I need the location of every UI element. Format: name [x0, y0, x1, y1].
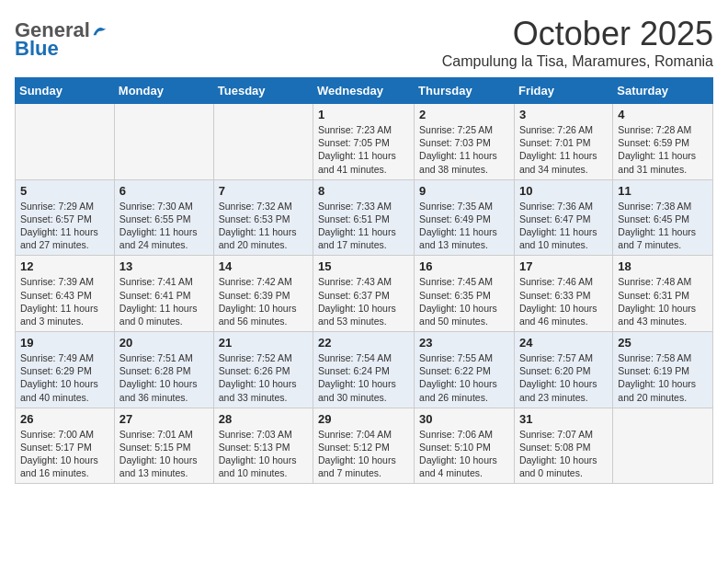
- day-number: 17: [519, 259, 608, 273]
- table-row: 23Sunrise: 7:55 AMSunset: 6:22 PMDayligh…: [415, 332, 515, 408]
- day-number: 15: [318, 259, 409, 273]
- table-row: 10Sunrise: 7:36 AMSunset: 6:47 PMDayligh…: [514, 179, 612, 256]
- header-saturday: Saturday: [613, 78, 713, 104]
- day-info: Sunrise: 7:28 AMSunset: 6:59 PMDaylight:…: [618, 123, 708, 176]
- day-number: 7: [219, 184, 308, 198]
- table-row: 12Sunrise: 7:39 AMSunset: 6:43 PMDayligh…: [16, 256, 115, 332]
- table-row: 9Sunrise: 7:35 AMSunset: 6:49 PMDaylight…: [415, 179, 515, 256]
- table-row: 27Sunrise: 7:01 AMSunset: 5:15 PMDayligh…: [114, 408, 213, 484]
- header-tuesday: Tuesday: [213, 78, 313, 104]
- table-row: [16, 104, 115, 180]
- table-row: 5Sunrise: 7:29 AMSunset: 6:57 PMDaylight…: [16, 179, 115, 256]
- table-row: 24Sunrise: 7:57 AMSunset: 6:20 PMDayligh…: [514, 332, 612, 408]
- day-number: 20: [119, 336, 209, 350]
- table-row: 30Sunrise: 7:06 AMSunset: 5:10 PMDayligh…: [415, 408, 515, 484]
- day-info: Sunrise: 7:04 AMSunset: 5:12 PMDaylight:…: [318, 428, 409, 480]
- day-info: Sunrise: 7:54 AMSunset: 6:24 PMDaylight:…: [318, 351, 409, 404]
- day-number: 5: [20, 184, 109, 198]
- day-info: Sunrise: 7:01 AMSunset: 5:15 PMDaylight:…: [119, 428, 209, 480]
- table-row: 8Sunrise: 7:33 AMSunset: 6:51 PMDaylight…: [313, 179, 415, 256]
- title-area: October 2025 Campulung la Tisa, Maramure…: [442, 15, 713, 70]
- logo-bird-icon: [92, 24, 108, 37]
- table-row: 13Sunrise: 7:41 AMSunset: 6:41 PMDayligh…: [114, 256, 213, 332]
- day-number: 18: [618, 259, 708, 273]
- day-info: Sunrise: 7:48 AMSunset: 6:31 PMDaylight:…: [618, 275, 708, 327]
- table-row: 28Sunrise: 7:03 AMSunset: 5:13 PMDayligh…: [213, 408, 313, 484]
- day-number: 11: [618, 184, 708, 198]
- day-number: 1: [318, 108, 409, 121]
- day-info: Sunrise: 7:49 AMSunset: 6:29 PMDaylight:…: [20, 351, 109, 404]
- day-info: Sunrise: 7:43 AMSunset: 6:37 PMDaylight:…: [318, 275, 409, 327]
- header-monday: Monday: [114, 78, 213, 104]
- day-info: Sunrise: 7:38 AMSunset: 6:45 PMDaylight:…: [618, 200, 708, 252]
- day-info: Sunrise: 7:25 AMSunset: 7:03 PMDaylight:…: [419, 123, 509, 176]
- day-info: Sunrise: 7:36 AMSunset: 6:47 PMDaylight:…: [519, 200, 608, 252]
- day-info: Sunrise: 7:26 AMSunset: 7:01 PMDaylight:…: [519, 123, 608, 176]
- calendar-header-row: Sunday Monday Tuesday Wednesday Thursday…: [16, 78, 713, 104]
- table-row: 2Sunrise: 7:25 AMSunset: 7:03 PMDaylight…: [415, 104, 515, 180]
- day-number: 24: [519, 336, 608, 350]
- day-number: 14: [219, 259, 308, 273]
- logo-blue: Blue: [15, 37, 59, 61]
- day-number: 4: [618, 108, 708, 121]
- header: General Blue October 2025 Campulung la T…: [15, 15, 713, 70]
- table-row: 20Sunrise: 7:51 AMSunset: 6:28 PMDayligh…: [114, 332, 213, 408]
- day-number: 30: [419, 412, 509, 426]
- calendar-week-row: 5Sunrise: 7:29 AMSunset: 6:57 PMDaylight…: [16, 179, 713, 256]
- day-info: Sunrise: 7:33 AMSunset: 6:51 PMDaylight:…: [318, 200, 409, 252]
- day-info: Sunrise: 7:32 AMSunset: 6:53 PMDaylight:…: [219, 200, 308, 252]
- table-row: 21Sunrise: 7:52 AMSunset: 6:26 PMDayligh…: [213, 332, 313, 408]
- table-row: [613, 408, 713, 484]
- day-info: Sunrise: 7:57 AMSunset: 6:20 PMDaylight:…: [519, 351, 608, 404]
- day-info: Sunrise: 7:23 AMSunset: 7:05 PMDaylight:…: [318, 123, 409, 176]
- day-info: Sunrise: 7:29 AMSunset: 6:57 PMDaylight:…: [20, 200, 109, 252]
- day-number: 19: [20, 336, 109, 350]
- table-row: 11Sunrise: 7:38 AMSunset: 6:45 PMDayligh…: [613, 179, 713, 256]
- day-number: 16: [419, 259, 509, 273]
- day-number: 2: [419, 108, 509, 121]
- table-row: 26Sunrise: 7:00 AMSunset: 5:17 PMDayligh…: [16, 408, 115, 484]
- day-info: Sunrise: 7:35 AMSunset: 6:49 PMDaylight:…: [419, 200, 509, 252]
- table-row: [213, 104, 313, 180]
- day-info: Sunrise: 7:51 AMSunset: 6:28 PMDaylight:…: [119, 351, 209, 404]
- day-info: Sunrise: 7:07 AMSunset: 5:08 PMDaylight:…: [519, 428, 608, 480]
- day-number: 21: [219, 336, 308, 350]
- table-row: 22Sunrise: 7:54 AMSunset: 6:24 PMDayligh…: [313, 332, 415, 408]
- day-info: Sunrise: 7:52 AMSunset: 6:26 PMDaylight:…: [219, 351, 308, 404]
- table-row: [114, 104, 213, 180]
- day-info: Sunrise: 7:00 AMSunset: 5:17 PMDaylight:…: [20, 428, 109, 480]
- table-row: 18Sunrise: 7:48 AMSunset: 6:31 PMDayligh…: [613, 256, 713, 332]
- day-info: Sunrise: 7:03 AMSunset: 5:13 PMDaylight:…: [219, 428, 308, 480]
- table-row: 17Sunrise: 7:46 AMSunset: 6:33 PMDayligh…: [514, 256, 612, 332]
- day-number: 9: [419, 184, 509, 198]
- day-number: 27: [119, 412, 209, 426]
- day-number: 31: [519, 412, 608, 426]
- table-row: 1Sunrise: 7:23 AMSunset: 7:05 PMDaylight…: [313, 104, 415, 180]
- day-info: Sunrise: 7:42 AMSunset: 6:39 PMDaylight:…: [219, 275, 308, 327]
- table-row: 14Sunrise: 7:42 AMSunset: 6:39 PMDayligh…: [213, 256, 313, 332]
- day-number: 28: [219, 412, 308, 426]
- day-info: Sunrise: 7:06 AMSunset: 5:10 PMDaylight:…: [419, 428, 509, 480]
- day-number: 10: [519, 184, 608, 198]
- day-info: Sunrise: 7:46 AMSunset: 6:33 PMDaylight:…: [519, 275, 608, 327]
- table-row: 29Sunrise: 7:04 AMSunset: 5:12 PMDayligh…: [313, 408, 415, 484]
- day-info: Sunrise: 7:55 AMSunset: 6:22 PMDaylight:…: [419, 351, 509, 404]
- day-number: 23: [419, 336, 509, 350]
- day-number: 26: [20, 412, 109, 426]
- month-title: October 2025: [442, 15, 713, 53]
- day-number: 12: [20, 259, 109, 273]
- day-info: Sunrise: 7:39 AMSunset: 6:43 PMDaylight:…: [20, 275, 109, 327]
- table-row: 6Sunrise: 7:30 AMSunset: 6:55 PMDaylight…: [114, 179, 213, 256]
- day-number: 8: [318, 184, 409, 198]
- subtitle: Campulung la Tisa, Maramures, Romania: [442, 53, 713, 70]
- table-row: 7Sunrise: 7:32 AMSunset: 6:53 PMDaylight…: [213, 179, 313, 256]
- day-info: Sunrise: 7:30 AMSunset: 6:55 PMDaylight:…: [119, 200, 209, 252]
- table-row: 19Sunrise: 7:49 AMSunset: 6:29 PMDayligh…: [16, 332, 115, 408]
- table-row: 25Sunrise: 7:58 AMSunset: 6:19 PMDayligh…: [613, 332, 713, 408]
- calendar: Sunday Monday Tuesday Wednesday Thursday…: [15, 77, 713, 484]
- calendar-week-row: 26Sunrise: 7:00 AMSunset: 5:17 PMDayligh…: [16, 408, 713, 484]
- calendar-week-row: 12Sunrise: 7:39 AMSunset: 6:43 PMDayligh…: [16, 256, 713, 332]
- header-thursday: Thursday: [415, 78, 515, 104]
- day-number: 29: [318, 412, 409, 426]
- header-friday: Friday: [514, 78, 612, 104]
